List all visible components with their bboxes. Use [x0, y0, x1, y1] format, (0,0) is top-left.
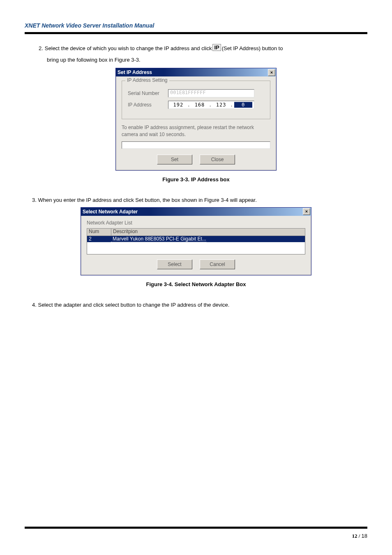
- table-header: Num Descritpion: [87, 228, 305, 236]
- close-icon[interactable]: ×: [268, 69, 275, 76]
- set-button[interactable]: Set: [157, 155, 192, 164]
- restart-note: To enable IP address assignment, please …: [122, 124, 270, 138]
- page-total: 18: [362, 533, 367, 539]
- dialog-title: Set IP Address: [118, 69, 152, 75]
- ip-octet-2[interactable]: 168: [191, 102, 208, 108]
- close-icon[interactable]: ×: [303, 208, 310, 215]
- page-header-title: XNET Network Video Server Installation M…: [25, 22, 367, 29]
- row-num: 2: [87, 236, 111, 242]
- row-description: Marvell Yukon 88E8053 PCI-E Gigabit Et..…: [111, 236, 206, 242]
- step3-text: When you enter the IP address and click …: [38, 197, 256, 203]
- serial-number-input[interactable]: 001E81FFFFFF: [168, 89, 254, 97]
- ip-address-input[interactable]: 192. 168. 123. 0: [168, 101, 254, 109]
- step3-number: 3.: [32, 197, 37, 203]
- step2-text-b: (Set IP Address) button to: [222, 43, 283, 54]
- dialog-titlebar: Set IP Address ×: [116, 68, 276, 76]
- select-button[interactable]: Select: [157, 259, 192, 269]
- figure-3-4-caption: Figure 3-4. Select Network Adapter Box: [25, 281, 367, 287]
- page-number: 12 / 18: [352, 533, 367, 539]
- step3-line: 3. When you enter the IP address and cli…: [32, 195, 367, 206]
- step2-line2: bring up the following box in Figure 3-3…: [47, 55, 367, 65]
- progress-bar: [122, 141, 270, 149]
- close-button[interactable]: Close: [200, 155, 235, 164]
- ip-toolbar-icon: IP: [212, 44, 221, 51]
- step2-number: 2.: [39, 43, 43, 54]
- ip-octet-4[interactable]: 0: [234, 102, 252, 108]
- serial-number-label: Serial Number: [128, 90, 168, 96]
- step4-line: 4. Select the adapter and click select b…: [32, 300, 367, 310]
- header-rule: [25, 32, 367, 34]
- cancel-button[interactable]: Cancel: [200, 259, 235, 269]
- step4-text: Select the adapter and click select butt…: [38, 302, 229, 308]
- step4-number: 4.: [32, 302, 37, 308]
- column-description[interactable]: Descritpion: [111, 229, 305, 236]
- ip-address-label: IP Address: [128, 102, 168, 108]
- adapter-listbox[interactable]: 2 Marvell Yukon 88E8053 PCI-E Gigabit Et…: [87, 236, 305, 254]
- dialog-titlebar: Select Network Adapter ×: [81, 208, 311, 216]
- ip-octet-3[interactable]: 123: [213, 102, 229, 108]
- page-current: 12 /: [352, 533, 361, 539]
- adapter-list-label: Network Adapter List: [87, 220, 305, 226]
- ip-address-setting-group: IP Address Setting Serial Number 001E81F…: [122, 81, 270, 119]
- step2-text-a: Select the device of which you wish to c…: [45, 43, 212, 54]
- list-item[interactable]: 2 Marvell Yukon 88E8053 PCI-E Gigabit Et…: [87, 236, 305, 242]
- figure-3-3-caption: Figure 3-3. IP Address box: [25, 176, 367, 183]
- fieldset-legend: IP Address Setting: [125, 77, 169, 83]
- set-ip-dialog: Set IP Address × IP Address Setting Seri…: [115, 68, 277, 171]
- step2-line1: 2. Select the device of which you wish t…: [39, 43, 367, 54]
- column-num[interactable]: Num: [87, 229, 111, 236]
- ip-octet-1[interactable]: 192: [170, 102, 187, 108]
- footer-rule: [25, 527, 367, 529]
- dialog-title: Select Network Adapter: [83, 209, 138, 215]
- select-adapter-dialog: Select Network Adapter × Network Adapter…: [81, 207, 311, 275]
